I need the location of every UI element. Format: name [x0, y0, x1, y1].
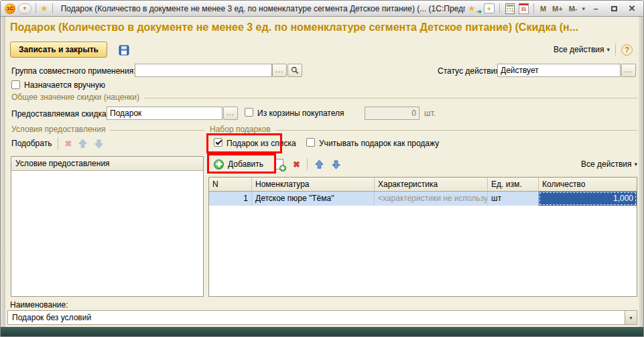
titlebar[interactable]: 1С ▾ ★ Подарок (Количество в документе н… [1, 1, 643, 17]
cell-quantity[interactable]: 1,000 [539, 192, 637, 206]
status-select-button[interactable]: ... [621, 64, 636, 77]
cell-n[interactable]: 1 [209, 192, 252, 206]
system-menu-button[interactable]: ▾ [18, 3, 31, 14]
col-header-n: N [209, 178, 252, 191]
section-rule [110, 130, 204, 131]
conditions-list[interactable]: Условие предоставления [11, 156, 204, 297]
separator [307, 158, 308, 170]
chevron-down-icon: ▾ [606, 46, 610, 53]
conditions-section-header: Условия предоставления [11, 125, 204, 134]
bottom-bar [1, 327, 643, 336]
memory-m-minus-button[interactable]: M- [568, 5, 579, 13]
delete-condition-icon[interactable]: ✖ [64, 139, 72, 148]
save-and-close-button[interactable]: Записать и закрыть [10, 42, 107, 58]
conditions-list-header: Условие предоставления [11, 157, 203, 171]
separator [36, 3, 36, 13]
go-to-favorites-icon[interactable]: ★ ➜ [468, 3, 480, 14]
name-combobox[interactable]: Подарок без условий ▼ [7, 310, 637, 325]
provided-discount-label: Предоставляемая скидка: [11, 109, 109, 119]
col-header-quantity: Количество [539, 178, 637, 191]
floppy-disk-icon [119, 45, 129, 56]
joint-group-select-button[interactable]: ... [272, 64, 287, 77]
delete-row-icon[interactable]: ✖ [293, 160, 300, 169]
table-row[interactable]: 1 Детское пюре "Тёма" <характеристики не… [209, 192, 637, 206]
joint-group-label: Группа совместного применения: [11, 66, 136, 76]
window-title: Подарок (Количество в документе не менее… [61, 4, 465, 13]
toolbar-overflow-chevron-icon[interactable]: ▾ [582, 5, 585, 12]
separator [58, 137, 58, 149]
help-button[interactable]: ? [621, 44, 633, 56]
close-button[interactable]: ✕ [625, 3, 639, 15]
joint-group-search-button[interactable] [287, 64, 302, 77]
col-header-characteristic: Характеристика [375, 178, 488, 191]
conditions-toolbar: Подобрать ✖ [11, 137, 104, 150]
name-combobox-value[interactable]: Подарок без условий [8, 311, 625, 324]
gifts-section-header: Набор подарков [210, 125, 637, 134]
count-as-sale-checkbox[interactable] [306, 138, 315, 147]
provided-discount-input[interactable] [107, 107, 222, 120]
cell-characteristic[interactable]: <характеристики не использу... [375, 192, 488, 206]
maximize-icon [611, 6, 617, 11]
gifts-table-header-row: N Номенклатура Характеристика Ед. изм. К… [209, 178, 637, 192]
separator [615, 44, 616, 56]
move-row-down-icon[interactable] [331, 159, 341, 170]
window-frame-right [639, 17, 643, 328]
move-up-icon[interactable] [78, 139, 88, 149]
form-actions-area: Все действия ▾ ? [554, 43, 633, 56]
manual-assign-checkbox[interactable] [11, 80, 20, 89]
joint-group-input[interactable] [135, 64, 272, 77]
status-input[interactable] [497, 64, 621, 77]
manual-assign-label[interactable]: Назначается вручную [24, 80, 105, 90]
memory-m-button[interactable]: M [539, 5, 548, 13]
from-basket-label[interactable]: Из корзины покупателя [257, 109, 344, 118]
green-arrow-icon: ➜ [476, 8, 482, 15]
provided-discount-select-button[interactable]: ... [223, 107, 238, 120]
chevron-down-icon: ▾ [23, 5, 27, 11]
combo-dropdown-button[interactable]: ▼ [625, 311, 637, 324]
name-label: Наименование: [10, 300, 68, 310]
plus-circle-icon [214, 159, 224, 170]
all-actions-button[interactable]: Все действия ▾ [554, 45, 610, 54]
1c-logo-icon: 1С [5, 3, 15, 14]
chevron-down-icon: ▼ [629, 316, 633, 320]
gift-from-list-label[interactable]: Подарок из списка [227, 139, 296, 148]
cell-nomenclature[interactable]: Детское пюре "Тёма" [252, 192, 375, 206]
1c-enterprise-window: 1С ▾ ★ Подарок (Количество в документе н… [0, 0, 644, 337]
gifts-table[interactable]: N Номенклатура Характеристика Ед. изм. К… [208, 177, 637, 297]
copy-row-icon[interactable] [274, 159, 283, 170]
gift-from-list-checkbox[interactable] [214, 138, 222, 147]
separator [499, 3, 500, 13]
cell-unit[interactable]: шт [488, 192, 539, 206]
maximize-button[interactable] [606, 3, 621, 15]
favorites-star-icon[interactable]: ★ [40, 4, 48, 13]
page-title: Подарок (Количество в документе не менее… [10, 21, 637, 33]
add-row-button[interactable]: Добавить [214, 159, 263, 170]
move-down-icon[interactable] [94, 139, 104, 149]
move-row-up-icon[interactable] [314, 159, 324, 170]
separator [52, 3, 53, 13]
common-discount-section-header: Общее значение скидки (наценки) [11, 92, 637, 102]
search-icon [291, 66, 299, 74]
calculator-icon[interactable] [505, 3, 515, 14]
status-label: Статус действия: [438, 66, 502, 76]
save-button[interactable] [116, 43, 132, 57]
from-basket-checkbox[interactable] [245, 108, 253, 117]
add-to-favorites-icon[interactable]: ★ [484, 3, 495, 13]
basket-unit-label: шт. [424, 109, 436, 118]
gifts-all-actions-button[interactable]: Все действия ▾ [581, 159, 637, 169]
separator [533, 3, 534, 13]
pick-conditions-button[interactable]: Подобрать [11, 139, 52, 148]
titlebar-controls: ★ ➜ ★ 31 M M+ M- ▾ – ✕ [468, 3, 639, 15]
col-header-unit: Ед. изм. [488, 178, 539, 191]
col-header-nomenclature: Номенклатура [252, 178, 375, 191]
section-rule [275, 130, 637, 131]
window-frame-left [1, 17, 5, 328]
minimize-button[interactable]: – [588, 3, 603, 15]
calendar-icon[interactable]: 31 [519, 3, 529, 14]
chevron-down-icon: ▾ [634, 161, 637, 167]
memory-m-plus-button[interactable]: M+ [551, 5, 564, 13]
basket-qty-input [365, 107, 420, 120]
section-rule [144, 98, 637, 98]
gifts-toolbar: Добавить ✖ Все действия ▾ [214, 156, 637, 172]
count-as-sale-label[interactable]: Учитывать подарок как продажу [319, 139, 439, 148]
